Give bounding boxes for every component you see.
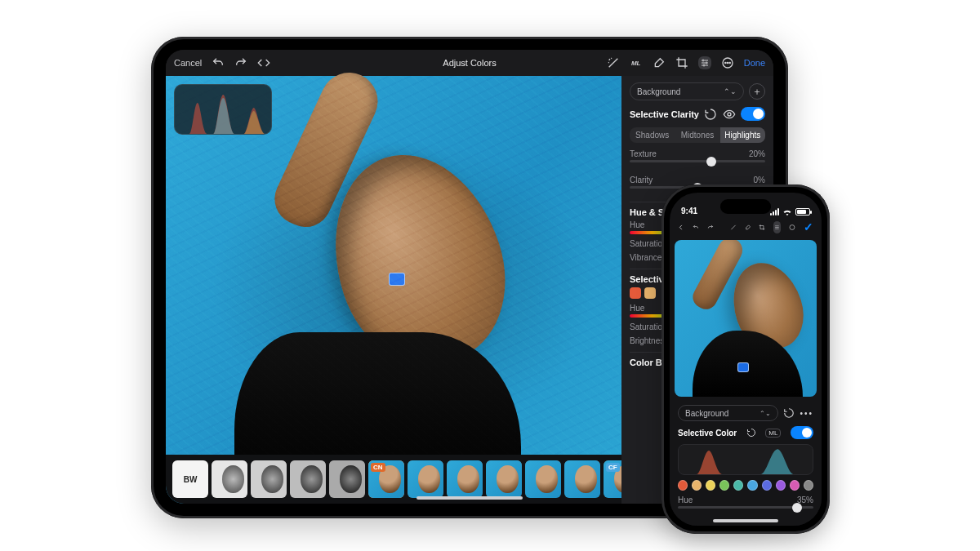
more-button[interactable]: ••• xyxy=(800,409,813,418)
done-check-button[interactable]: ✓ xyxy=(804,220,813,233)
wand-icon[interactable] xyxy=(607,56,620,69)
clarity-toggle[interactable] xyxy=(741,107,765,121)
section-selective: Selective Color xyxy=(678,429,737,438)
filter-thumb[interactable]: CF xyxy=(604,460,621,498)
color-swatches[interactable] xyxy=(678,480,813,491)
swatch[interactable] xyxy=(644,287,656,299)
cancel-button[interactable]: Cancel xyxy=(174,58,202,68)
layer-selector[interactable]: Background⌃⌄ xyxy=(678,405,778,421)
hue-slider[interactable]: Hue35% xyxy=(678,495,813,509)
svg-point-5 xyxy=(790,224,795,229)
swatch[interactable] xyxy=(719,480,729,491)
undo-icon[interactable] xyxy=(212,56,225,69)
filter-strip: BW CN CF xyxy=(166,455,621,504)
histogram[interactable] xyxy=(174,84,272,135)
filter-bw-button[interactable]: BW xyxy=(172,460,208,498)
swatch[interactable] xyxy=(762,480,772,491)
subject-marker-icon[interactable] xyxy=(389,273,405,286)
swatch[interactable] xyxy=(733,480,743,491)
ml-chip[interactable]: ML xyxy=(765,429,781,438)
home-indicator[interactable] xyxy=(713,519,778,522)
wand-icon[interactable] xyxy=(730,221,737,233)
filter-thumb[interactable] xyxy=(251,460,287,498)
filter-thumb[interactable] xyxy=(212,460,247,498)
iphone-canvas[interactable] xyxy=(675,240,817,397)
svg-point-4 xyxy=(728,113,731,116)
swatch[interactable] xyxy=(706,480,715,491)
swatch[interactable] xyxy=(804,480,813,491)
tab-midtones[interactable]: Midtones xyxy=(675,127,719,143)
filter-thumb[interactable] xyxy=(408,460,443,498)
photo xyxy=(166,76,621,504)
svg-point-1 xyxy=(724,62,725,63)
swatch[interactable] xyxy=(630,287,641,299)
swatch[interactable] xyxy=(692,480,702,491)
filter-thumb[interactable] xyxy=(290,460,326,498)
brush-icon[interactable] xyxy=(653,56,666,69)
crop-icon[interactable] xyxy=(759,221,765,233)
redo-icon[interactable] xyxy=(707,221,714,233)
crop-icon[interactable] xyxy=(675,56,688,69)
selective-toggle[interactable] xyxy=(791,426,813,439)
tab-highlights[interactable]: Highlights xyxy=(720,127,765,143)
reset-icon[interactable] xyxy=(704,108,717,121)
filter-thumb[interactable] xyxy=(564,460,600,498)
undo-icon[interactable] xyxy=(693,221,699,233)
back-icon[interactable] xyxy=(678,221,684,233)
done-button[interactable]: Done xyxy=(744,58,765,68)
dynamic-island xyxy=(720,199,771,214)
subject-marker-icon[interactable] xyxy=(737,362,749,372)
ml-icon[interactable]: ML xyxy=(630,56,643,69)
swatch[interactable] xyxy=(776,480,786,491)
iphone-inspector: Background⌃⌄ ••• Selective Color ML xyxy=(670,400,822,526)
brush-icon[interactable] xyxy=(745,221,751,233)
wifi-icon xyxy=(782,208,792,216)
tone-segmented[interactable]: Shadows Midtones Highlights xyxy=(630,127,765,143)
reset-icon[interactable] xyxy=(746,428,756,438)
eye-icon[interactable] xyxy=(723,108,736,121)
canvas[interactable]: BW CN CF xyxy=(166,76,621,504)
section-clarity: Selective Clarity xyxy=(630,109,699,119)
swatch[interactable] xyxy=(790,480,800,491)
tab-shadows[interactable]: Shadows xyxy=(630,127,675,143)
filter-thumb[interactable] xyxy=(486,460,522,498)
adjustments-icon[interactable] xyxy=(698,56,711,69)
layer-selector[interactable]: Background⌃⌄ xyxy=(630,82,744,100)
more-icon[interactable] xyxy=(789,221,795,233)
adjustments-icon[interactable] xyxy=(773,221,781,233)
svg-point-2 xyxy=(727,62,728,63)
filter-thumb[interactable] xyxy=(329,460,365,498)
status-time: 9:41 xyxy=(681,207,697,216)
filter-thumb[interactable] xyxy=(447,460,483,498)
code-icon[interactable] xyxy=(257,56,270,69)
iphone-device-frame: 9:41 ✓ xyxy=(662,184,830,534)
filter-thumb-selected[interactable]: CN xyxy=(368,460,404,498)
more-icon[interactable] xyxy=(721,56,734,69)
add-layer-button[interactable]: ＋ xyxy=(749,83,765,100)
redo-icon[interactable] xyxy=(234,56,247,69)
svg-point-3 xyxy=(729,62,730,63)
swatch[interactable] xyxy=(678,480,688,491)
histogram[interactable] xyxy=(678,444,813,475)
home-indicator[interactable] xyxy=(416,496,523,500)
iphone-toolbar: ✓ xyxy=(670,217,822,237)
battery-icon xyxy=(795,208,810,216)
ipad-toolbar: Cancel Adjust Colors ML Done xyxy=(166,50,773,76)
filter-thumb[interactable] xyxy=(525,460,561,498)
reset-icon[interactable] xyxy=(783,407,795,419)
swatch[interactable] xyxy=(747,480,757,491)
cellular-icon xyxy=(770,208,779,216)
iphone-screen: 9:41 ✓ xyxy=(670,193,822,526)
texture-slider[interactable]: Texture20% xyxy=(630,149,765,169)
page-title: Adjust Colors xyxy=(374,58,566,68)
